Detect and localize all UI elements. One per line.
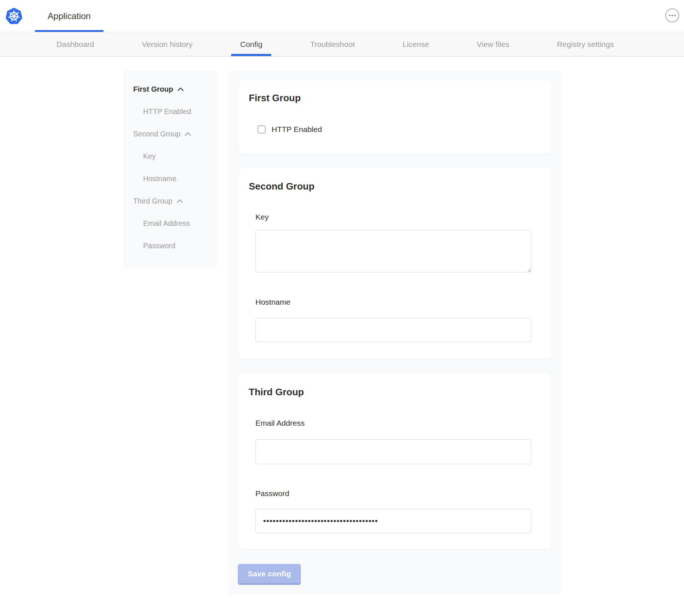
sidebar-group-second-group[interactable]: Second Group [124,123,217,145]
sidebar-item-password[interactable]: Password [124,235,217,257]
ellipsis-in-circle-icon [665,8,680,23]
sidebar-item-label: Password [143,242,175,250]
config-form-panel: First Group HTTP Enabled Second Group Ke… [229,71,561,594]
app-title: Application [48,11,91,21]
sidebar-group-label: Third Group [133,197,172,205]
group-title: Second Group [249,181,314,192]
application-config-page: Application Dashboard Version history Co… [0,0,684,616]
app-header: Application [0,0,684,32]
key-label: Key [255,213,269,221]
nav-tab-version-history[interactable]: Version history [142,32,193,56]
nav-tab-config[interactable]: Config [240,32,262,56]
config-sidebar: First Group HTTP Enabled Second Group Ke… [124,71,217,269]
nav-tab-troubleshoot[interactable]: Troubleshoot [310,32,355,56]
tab-application[interactable]: Application [35,0,103,32]
chevron-up-icon [177,87,184,91]
email-address-input[interactable] [255,439,531,464]
sidebar-item-http-enabled[interactable]: HTTP Enabled [124,100,217,123]
sidebar-item-label: Key [143,152,156,161]
sidebar-item-key[interactable]: Key [124,145,217,168]
config-group-card-third: Third Group Email Address Password [239,373,551,549]
sidebar-item-hostname[interactable]: Hostname [124,168,217,190]
sidebar-item-email-address[interactable]: Email Address [124,212,217,235]
password-input[interactable] [255,509,531,533]
nav-tab-license[interactable]: License [403,32,429,56]
chevron-up-icon [177,199,183,203]
sidebar-item-label: Hostname [143,175,177,183]
chevron-up-icon [185,132,191,136]
nav-tab-registry-settings[interactable]: Registry settings [557,32,614,56]
group-title: Third Group [249,386,304,398]
sidebar-group-label: First Group [133,85,173,94]
http-enabled-label[interactable]: HTTP Enabled [272,125,322,134]
email-address-label: Email Address [255,419,305,428]
sidebar-item-label: Email Address [143,219,190,228]
sidebar-group-label: Second Group [133,130,181,138]
http-enabled-field: HTTP Enabled [258,125,322,134]
overflow-menu-button[interactable] [665,8,680,23]
nav-tab-dashboard[interactable]: Dashboard [57,32,94,56]
config-group-card-second: Second Group Key Hostname [239,168,551,359]
hostname-label: Hostname [255,298,291,307]
key-textarea[interactable] [255,230,531,272]
nav-tab-view-files[interactable]: View files [477,32,509,56]
app-nav-tabs: Dashboard Version history Config Trouble… [0,32,684,56]
config-group-card-first: First Group HTTP Enabled [239,80,551,154]
password-label: Password [255,489,289,498]
sidebar-group-third-group[interactable]: Third Group [124,190,217,212]
hostname-input[interactable] [255,318,531,342]
save-config-button[interactable]: Save config [238,564,301,585]
sidebar-group-first-group[interactable]: First Group [124,78,217,100]
kubernetes-logo [5,7,23,25]
http-enabled-checkbox[interactable] [258,125,266,133]
sidebar-item-label: HTTP Enabled [143,107,191,116]
group-title: First Group [249,92,301,104]
